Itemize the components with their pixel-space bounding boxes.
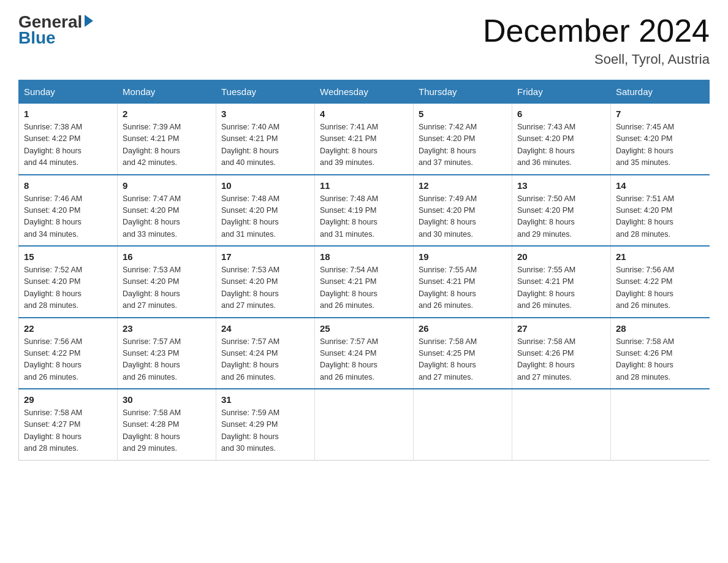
day-info: Sunrise: 7:51 AM Sunset: 4:20 PM Dayligh… bbox=[616, 193, 705, 241]
table-row: 1 Sunrise: 7:38 AM Sunset: 4:22 PM Dayli… bbox=[19, 104, 118, 175]
day-number: 4 bbox=[320, 109, 408, 119]
day-info: Sunrise: 7:48 AM Sunset: 4:20 PM Dayligh… bbox=[221, 193, 309, 241]
day-info: Sunrise: 7:43 AM Sunset: 4:20 PM Dayligh… bbox=[517, 121, 605, 169]
table-row: 2 Sunrise: 7:39 AM Sunset: 4:21 PM Dayli… bbox=[118, 104, 216, 175]
logo-arrow-icon bbox=[85, 15, 93, 27]
table-row: 16 Sunrise: 7:53 AM Sunset: 4:20 PM Dayl… bbox=[118, 246, 216, 318]
calendar-week-row: 8 Sunrise: 7:46 AM Sunset: 4:20 PM Dayli… bbox=[19, 175, 710, 247]
day-number: 25 bbox=[320, 323, 408, 334]
table-row: 6 Sunrise: 7:43 AM Sunset: 4:20 PM Dayli… bbox=[512, 104, 611, 175]
table-row: 14 Sunrise: 7:51 AM Sunset: 4:20 PM Dayl… bbox=[611, 175, 710, 247]
table-row: 3 Sunrise: 7:40 AM Sunset: 4:21 PM Dayli… bbox=[216, 104, 315, 175]
table-row bbox=[512, 389, 611, 460]
calendar-table: Sunday Monday Tuesday Wednesday Thursday… bbox=[18, 80, 710, 461]
table-row: 24 Sunrise: 7:57 AM Sunset: 4:24 PM Dayl… bbox=[216, 318, 315, 389]
day-info: Sunrise: 7:56 AM Sunset: 4:22 PM Dayligh… bbox=[24, 336, 112, 384]
table-row: 29 Sunrise: 7:58 AM Sunset: 4:27 PM Dayl… bbox=[19, 389, 118, 460]
day-number: 22 bbox=[24, 323, 112, 334]
table-row: 8 Sunrise: 7:46 AM Sunset: 4:20 PM Dayli… bbox=[19, 175, 118, 247]
day-info: Sunrise: 7:42 AM Sunset: 4:20 PM Dayligh… bbox=[419, 121, 507, 169]
day-number: 29 bbox=[24, 394, 112, 405]
location-subtitle: Soell, Tyrol, Austria bbox=[483, 52, 710, 67]
table-row: 27 Sunrise: 7:58 AM Sunset: 4:26 PM Dayl… bbox=[512, 318, 611, 389]
day-number: 11 bbox=[320, 180, 408, 191]
day-info: Sunrise: 7:52 AM Sunset: 4:20 PM Dayligh… bbox=[24, 264, 112, 312]
day-number: 21 bbox=[616, 251, 705, 262]
table-row: 5 Sunrise: 7:42 AM Sunset: 4:20 PM Dayli… bbox=[414, 104, 512, 175]
day-number: 31 bbox=[221, 394, 309, 405]
day-number: 9 bbox=[123, 180, 211, 191]
table-row: 30 Sunrise: 7:58 AM Sunset: 4:28 PM Dayl… bbox=[118, 389, 216, 460]
calendar-week-row: 22 Sunrise: 7:56 AM Sunset: 4:22 PM Dayl… bbox=[19, 318, 710, 389]
table-row: 22 Sunrise: 7:56 AM Sunset: 4:22 PM Dayl… bbox=[19, 318, 118, 389]
table-row: 21 Sunrise: 7:56 AM Sunset: 4:22 PM Dayl… bbox=[611, 246, 710, 318]
calendar-week-row: 15 Sunrise: 7:52 AM Sunset: 4:20 PM Dayl… bbox=[19, 246, 710, 318]
day-info: Sunrise: 7:45 AM Sunset: 4:20 PM Dayligh… bbox=[616, 121, 705, 169]
day-info: Sunrise: 7:47 AM Sunset: 4:20 PM Dayligh… bbox=[123, 193, 211, 241]
table-row: 10 Sunrise: 7:48 AM Sunset: 4:20 PM Dayl… bbox=[216, 175, 315, 247]
day-info: Sunrise: 7:40 AM Sunset: 4:21 PM Dayligh… bbox=[221, 121, 309, 169]
table-row: 17 Sunrise: 7:53 AM Sunset: 4:20 PM Dayl… bbox=[216, 246, 315, 318]
day-info: Sunrise: 7:56 AM Sunset: 4:22 PM Dayligh… bbox=[616, 264, 705, 312]
day-number: 10 bbox=[221, 180, 309, 191]
day-info: Sunrise: 7:59 AM Sunset: 4:29 PM Dayligh… bbox=[221, 407, 309, 455]
day-info: Sunrise: 7:58 AM Sunset: 4:27 PM Dayligh… bbox=[24, 407, 112, 455]
day-number: 13 bbox=[517, 180, 605, 191]
col-thursday: Thursday bbox=[414, 80, 512, 104]
day-info: Sunrise: 7:58 AM Sunset: 4:26 PM Dayligh… bbox=[616, 336, 705, 384]
table-row: 26 Sunrise: 7:58 AM Sunset: 4:25 PM Dayl… bbox=[414, 318, 512, 389]
day-number: 12 bbox=[419, 180, 507, 191]
table-row: 12 Sunrise: 7:49 AM Sunset: 4:20 PM Dayl… bbox=[414, 175, 512, 247]
day-number: 8 bbox=[24, 180, 112, 191]
day-info: Sunrise: 7:39 AM Sunset: 4:21 PM Dayligh… bbox=[123, 121, 211, 169]
day-info: Sunrise: 7:57 AM Sunset: 4:24 PM Dayligh… bbox=[320, 336, 408, 384]
day-info: Sunrise: 7:58 AM Sunset: 4:26 PM Dayligh… bbox=[517, 336, 605, 384]
day-info: Sunrise: 7:53 AM Sunset: 4:20 PM Dayligh… bbox=[123, 264, 211, 312]
table-row bbox=[414, 389, 512, 460]
title-area: December 2024 Soell, Tyrol, Austria bbox=[483, 12, 710, 67]
calendar-week-row: 1 Sunrise: 7:38 AM Sunset: 4:22 PM Dayli… bbox=[19, 104, 710, 175]
table-row bbox=[611, 389, 710, 460]
day-number: 15 bbox=[24, 251, 112, 262]
day-number: 14 bbox=[616, 180, 705, 191]
page-header: General Blue December 2024 Soell, Tyrol,… bbox=[18, 12, 710, 67]
day-number: 7 bbox=[616, 109, 705, 119]
calendar-header-row: Sunday Monday Tuesday Wednesday Thursday… bbox=[19, 80, 710, 104]
day-info: Sunrise: 7:58 AM Sunset: 4:25 PM Dayligh… bbox=[419, 336, 507, 384]
day-info: Sunrise: 7:55 AM Sunset: 4:21 PM Dayligh… bbox=[517, 264, 605, 312]
day-info: Sunrise: 7:46 AM Sunset: 4:20 PM Dayligh… bbox=[24, 193, 112, 241]
day-info: Sunrise: 7:38 AM Sunset: 4:22 PM Dayligh… bbox=[24, 121, 112, 169]
col-sunday: Sunday bbox=[19, 80, 118, 104]
day-number: 27 bbox=[517, 323, 605, 334]
table-row: 9 Sunrise: 7:47 AM Sunset: 4:20 PM Dayli… bbox=[118, 175, 216, 247]
table-row: 15 Sunrise: 7:52 AM Sunset: 4:20 PM Dayl… bbox=[19, 246, 118, 318]
table-row: 23 Sunrise: 7:57 AM Sunset: 4:23 PM Dayl… bbox=[118, 318, 216, 389]
day-number: 23 bbox=[123, 323, 211, 334]
day-number: 18 bbox=[320, 251, 408, 262]
table-row: 7 Sunrise: 7:45 AM Sunset: 4:20 PM Dayli… bbox=[611, 104, 710, 175]
day-info: Sunrise: 7:57 AM Sunset: 4:23 PM Dayligh… bbox=[123, 336, 211, 384]
col-saturday: Saturday bbox=[611, 80, 710, 104]
calendar-week-row: 29 Sunrise: 7:58 AM Sunset: 4:27 PM Dayl… bbox=[19, 389, 710, 460]
day-number: 30 bbox=[123, 394, 211, 405]
day-info: Sunrise: 7:57 AM Sunset: 4:24 PM Dayligh… bbox=[221, 336, 309, 384]
day-info: Sunrise: 7:41 AM Sunset: 4:21 PM Dayligh… bbox=[320, 121, 408, 169]
day-info: Sunrise: 7:49 AM Sunset: 4:20 PM Dayligh… bbox=[419, 193, 507, 241]
table-row: 20 Sunrise: 7:55 AM Sunset: 4:21 PM Dayl… bbox=[512, 246, 611, 318]
day-number: 3 bbox=[221, 109, 309, 119]
day-number: 5 bbox=[419, 109, 507, 119]
day-info: Sunrise: 7:50 AM Sunset: 4:20 PM Dayligh… bbox=[517, 193, 605, 241]
day-number: 2 bbox=[123, 109, 211, 119]
col-monday: Monday bbox=[118, 80, 216, 104]
col-wednesday: Wednesday bbox=[315, 80, 414, 104]
day-number: 19 bbox=[419, 251, 507, 262]
table-row: 25 Sunrise: 7:57 AM Sunset: 4:24 PM Dayl… bbox=[315, 318, 414, 389]
col-friday: Friday bbox=[512, 80, 611, 104]
day-number: 17 bbox=[221, 251, 309, 262]
table-row: 4 Sunrise: 7:41 AM Sunset: 4:21 PM Dayli… bbox=[315, 104, 414, 175]
day-number: 28 bbox=[616, 323, 705, 334]
table-row: 19 Sunrise: 7:55 AM Sunset: 4:21 PM Dayl… bbox=[414, 246, 512, 318]
col-tuesday: Tuesday bbox=[216, 80, 315, 104]
table-row: 11 Sunrise: 7:48 AM Sunset: 4:19 PM Dayl… bbox=[315, 175, 414, 247]
day-number: 6 bbox=[517, 109, 605, 119]
